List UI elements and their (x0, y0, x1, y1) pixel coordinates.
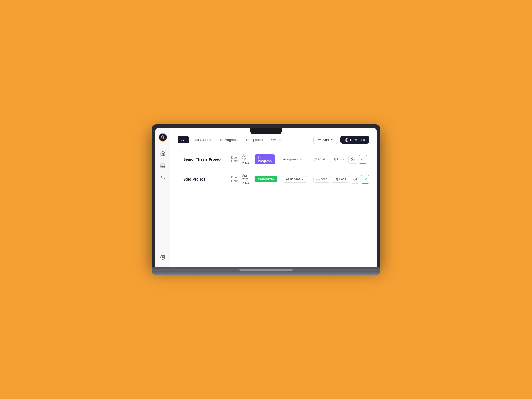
task-due-label: Due Date (231, 156, 238, 163)
assignees-label: Assignees (286, 177, 300, 181)
new-task-label: New Task (350, 138, 365, 142)
logs-button[interactable]: Logs (330, 156, 347, 163)
sidebar-item-home[interactable] (158, 148, 168, 159)
logs-button[interactable]: Logs (332, 176, 349, 183)
play-button[interactable] (351, 175, 359, 184)
sidebar-nav (158, 148, 168, 252)
sort-label: Sort (323, 138, 329, 142)
table-row: Senior Thesis Project Due Date Jun 12th,… (178, 149, 369, 169)
laptop-notch (250, 128, 282, 134)
assignees-button[interactable]: Assignees (280, 156, 304, 163)
svg-point-0 (159, 133, 167, 141)
sort-button[interactable]: Sort (313, 136, 338, 144)
complete-button[interactable] (359, 155, 367, 164)
delete-button[interactable] (369, 155, 369, 164)
sidebar-item-notifications[interactable] (158, 173, 168, 183)
svg-point-6 (162, 257, 163, 258)
task-actions: Chat Logs (311, 155, 369, 164)
solo-label: Solo (321, 177, 327, 181)
task-actions: Solo Logs (313, 175, 369, 184)
chat-icon (314, 158, 317, 161)
task-name: Solo Project (183, 177, 226, 181)
task-due-date: Apr 24th, 2024 (242, 174, 249, 185)
filter-tabs: All Not Started In Progress Completed Ov… (178, 136, 288, 143)
play-button[interactable] (348, 155, 357, 164)
sidebar (155, 128, 170, 267)
sort-chevron-icon (331, 138, 334, 142)
app-logo (158, 132, 168, 142)
logs-label: Logs (339, 177, 346, 181)
filter-tab-completed[interactable]: Completed (242, 136, 267, 143)
task-due-label: Due Date (231, 176, 238, 183)
filter-tab-in-progress[interactable]: In Progress (216, 136, 241, 143)
sidebar-item-tasks[interactable] (158, 161, 168, 171)
task-due-date: Jun 12th, 2024 (242, 154, 249, 165)
assignees-label: Assignees (283, 157, 298, 161)
laptop-screen-inner: All Not Started In Progress Completed Ov… (155, 128, 377, 267)
toolbar-actions: Sort New Task (313, 136, 369, 144)
solo-button[interactable]: Solo (313, 176, 330, 183)
new-task-button[interactable]: New Task (340, 136, 369, 144)
svg-marker-17 (352, 159, 354, 160)
logs-label: Logs (337, 157, 344, 161)
sidebar-item-settings[interactable] (158, 252, 168, 262)
assignees-chevron-icon (301, 178, 304, 181)
check-icon (363, 177, 367, 181)
main-content: All Not Started In Progress Completed Ov… (170, 128, 377, 267)
check-icon (361, 157, 365, 161)
filter-tab-not-started[interactable]: Not Started (190, 136, 215, 143)
assignees-button[interactable]: Assignees (283, 176, 307, 183)
status-badge: Completed (255, 176, 277, 182)
assignees-chevron-icon (299, 158, 301, 161)
chat-button[interactable]: Chat (311, 156, 328, 163)
svg-rect-2 (161, 164, 165, 168)
laptop-bottom (152, 271, 380, 275)
filter-tab-all[interactable]: All (178, 136, 189, 143)
laptop-frame: All Not Started In Progress Completed Ov… (152, 124, 380, 275)
laptop-base (152, 267, 380, 271)
filter-tab-overdue[interactable]: Overdue (268, 136, 288, 143)
svg-point-1 (162, 135, 163, 136)
laptop-screen-outer: All Not Started In Progress Completed Ov… (152, 124, 380, 267)
play-icon (353, 177, 357, 181)
task-list: Senior Thesis Project Due Date Jun 12th,… (178, 149, 369, 250)
status-badge: In Progress (255, 154, 275, 164)
logs-icon (332, 158, 336, 161)
logs-icon (335, 178, 338, 181)
play-icon (351, 157, 355, 161)
plus-icon (345, 138, 348, 142)
toolbar: All Not Started In Progress Completed Ov… (178, 136, 369, 144)
table-row: Solo Project Due Date Apr 24th, 2024 Com… (178, 169, 369, 189)
task-name: Senior Thesis Project (183, 157, 226, 161)
chat-label: Chat (318, 157, 325, 161)
solo-icon (316, 178, 320, 181)
complete-button[interactable] (361, 175, 369, 184)
sort-icon (317, 138, 321, 142)
svg-marker-22 (355, 179, 356, 180)
